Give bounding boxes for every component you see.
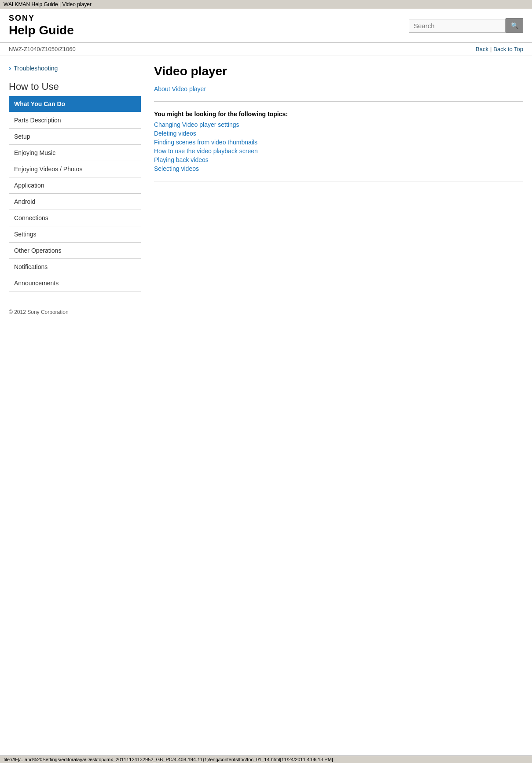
help-guide-title: Help Guide	[9, 23, 74, 38]
content-area: › Troubleshooting How to Use What You Ca…	[0, 55, 532, 300]
sidebar-item-11[interactable]: Announcements	[9, 275, 141, 291]
device-model: NWZ-Z1040/Z1050/Z1060	[9, 46, 76, 52]
sidebar-item-label-5: Application	[9, 177, 141, 193]
sidebar-item-label-1: Parts Description	[9, 112, 141, 128]
sony-logo: SONY	[9, 14, 74, 23]
topic-link-5[interactable]: Selecting videos	[154, 165, 199, 172]
page-wrapper: SONY Help Guide 🔍 NWZ-Z1040/Z1050/Z1060 …	[0, 9, 532, 320]
topic-item-2: Finding scenes from video thumbnails	[154, 139, 523, 146]
sidebar-item-7[interactable]: Connections	[9, 210, 141, 226]
about-video-player-link[interactable]: About Video player	[154, 85, 206, 92]
nav-separator: |	[490, 46, 492, 52]
topics-divider	[154, 181, 523, 181]
nav-bar: NWZ-Z1040/Z1050/Z1060 Back | Back to Top	[0, 43, 532, 55]
how-to-use-title: How to Use	[9, 81, 141, 92]
sidebar-item-label-2: Setup	[9, 129, 141, 144]
sidebar-item-label-7: Connections	[9, 210, 141, 226]
sidebar: › Troubleshooting How to Use What You Ca…	[9, 64, 141, 291]
topic-link-3[interactable]: How to use the video playback screen	[154, 147, 258, 155]
sidebar-item-label-3: Enjoying Music	[9, 145, 141, 161]
sidebar-item-label-8: Settings	[9, 226, 141, 242]
sidebar-item-label-10: Notifications	[9, 259, 141, 275]
sidebar-item-label-0: What You Can Do	[9, 96, 141, 112]
topic-link-1[interactable]: Deleting videos	[154, 130, 196, 137]
sidebar-item-1[interactable]: Parts Description	[9, 112, 141, 129]
header: SONY Help Guide 🔍	[0, 9, 532, 43]
topic-item-3: How to use the video playback screen	[154, 147, 523, 155]
sidebar-item-0[interactable]: What You Can Do	[9, 96, 141, 112]
sidebar-item-2[interactable]: Setup	[9, 129, 141, 145]
content-divider	[154, 101, 523, 102]
sidebar-item-4[interactable]: Enjoying Videos / Photos	[9, 161, 141, 177]
back-link[interactable]: Back	[476, 46, 488, 52]
topic-link-2[interactable]: Finding scenes from video thumbnails	[154, 139, 257, 146]
copyright: © 2012 Sony Corporation	[9, 309, 523, 315]
troubleshooting-link[interactable]: › Troubleshooting	[9, 64, 141, 72]
sidebar-item-9[interactable]: Other Operations	[9, 243, 141, 259]
sidebar-item-label-4: Enjoying Videos / Photos	[9, 161, 141, 177]
sidebar-item-8[interactable]: Settings	[9, 226, 141, 243]
header-right: 🔍	[409, 18, 523, 33]
troubleshooting-label: Troubleshooting	[14, 65, 58, 72]
browser-title-text: WALKMAN Help Guide | Video player	[4, 1, 92, 7]
footer: © 2012 Sony Corporation	[0, 300, 532, 320]
topics-heading: You might be looking for the following t…	[154, 111, 523, 118]
topic-link-0[interactable]: Changing Video player settings	[154, 121, 239, 128]
search-input[interactable]	[409, 19, 506, 33]
topic-link-4[interactable]: Playing back videos	[154, 156, 209, 163]
back-to-top-link[interactable]: Back to Top	[493, 46, 523, 52]
nav-links: Back | Back to Top	[476, 46, 523, 52]
topics-list: Changing Video player settingsDeleting v…	[154, 121, 523, 172]
header-left: SONY Help Guide	[9, 14, 74, 38]
sidebar-item-10[interactable]: Notifications	[9, 259, 141, 275]
search-button[interactable]: 🔍	[506, 18, 523, 33]
sidebar-item-6[interactable]: Android	[9, 194, 141, 210]
browser-title-bar: WALKMAN Help Guide | Video player	[0, 0, 532, 9]
sidebar-item-3[interactable]: Enjoying Music	[9, 145, 141, 161]
page-title: Video player	[154, 64, 523, 78]
sidebar-item-label-6: Android	[9, 194, 141, 210]
search-icon: 🔍	[511, 22, 518, 29]
sidebar-item-label-11: Announcements	[9, 275, 141, 291]
main-content: Video player About Video player You migh…	[150, 64, 523, 291]
topic-item-1: Deleting videos	[154, 130, 523, 137]
topic-item-5: Selecting videos	[154, 165, 523, 172]
sidebar-nav: What You Can DoParts DescriptionSetupEnj…	[9, 96, 141, 291]
chevron-right-icon: ›	[9, 64, 11, 72]
topic-item-4: Playing back videos	[154, 156, 523, 163]
sidebar-item-5[interactable]: Application	[9, 177, 141, 194]
sidebar-item-label-9: Other Operations	[9, 243, 141, 258]
topic-item-0: Changing Video player settings	[154, 121, 523, 128]
